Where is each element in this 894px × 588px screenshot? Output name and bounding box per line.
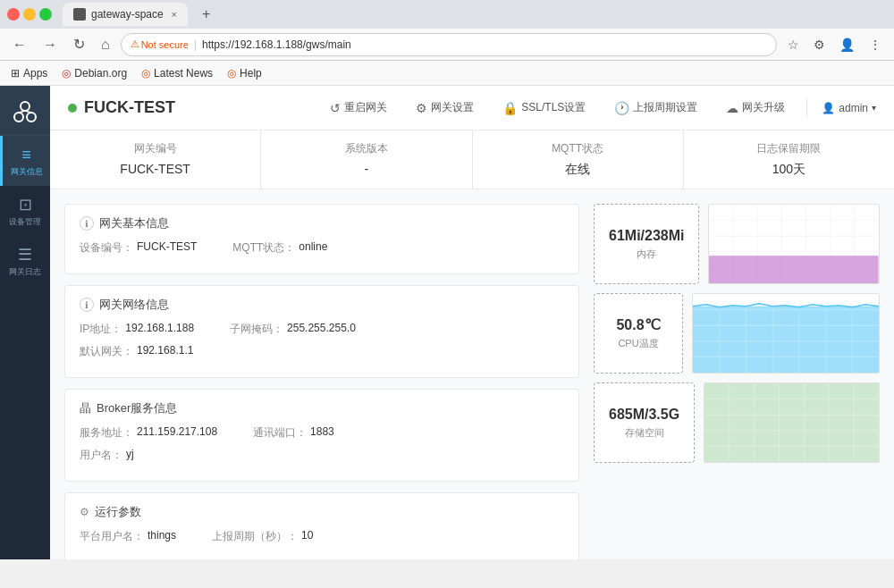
close-tab-button[interactable]: × xyxy=(172,9,177,20)
content-right: 61Mi/238Mi 内存 xyxy=(594,204,880,545)
bookmark-star-button[interactable]: ☆ xyxy=(782,34,805,55)
network-info-icon: ℹ xyxy=(80,298,94,312)
ssl-icon: 🔒 xyxy=(502,101,518,115)
menu-button[interactable]: ⋮ xyxy=(864,34,887,55)
maximize-button[interactable] xyxy=(39,8,52,21)
browser-window: gateway-space × + ← → ↻ ⌂ ⚠ Not secure |… xyxy=(0,0,894,86)
extensions-button[interactable]: ⚙ xyxy=(808,34,831,55)
network-fields-row2: 默认网关： 192.168.1.1 xyxy=(80,344,564,359)
content-left: ℹ 网关基本信息 设备编号： FUCK-TEST MQTT状态： online xyxy=(64,204,579,545)
status-dot xyxy=(68,104,77,113)
restart-gateway-button[interactable]: ↺ 重启网关 xyxy=(323,97,394,119)
cpu-temp-value: 50.8℃ xyxy=(616,316,660,333)
gateway-upgrade-button[interactable]: ☁ 网关升级 xyxy=(719,97,792,119)
sidebar-item-gateway-log[interactable]: ☰ 网关日志 xyxy=(0,236,50,286)
svg-point-2 xyxy=(14,113,23,122)
svg-rect-18 xyxy=(693,307,879,373)
storage-chart xyxy=(704,382,880,463)
sidebar-item-label-gateway-log: 网关日志 xyxy=(9,267,41,277)
bookmark-debian[interactable]: ◎ Debian.org xyxy=(62,67,127,80)
sidebar-item-gateway-info[interactable]: ≡ 网关信息 xyxy=(0,136,50,186)
url-text: https://192.168.1.188/gws/main xyxy=(202,38,351,51)
address-bar[interactable]: ⚠ Not secure | https://192.168.1.188/gws… xyxy=(121,33,777,56)
nav-icons: ☆ ⚙ 👤 ⋮ xyxy=(782,34,887,55)
forward-button[interactable]: → xyxy=(38,33,63,56)
storage-row: 685M/3.5G 存储空间 xyxy=(594,382,880,463)
info-card-log-retention: 日志保留期限 100天 xyxy=(684,130,894,189)
tab-favicon xyxy=(73,8,86,21)
cpu-temp-label: CPU温度 xyxy=(618,337,658,350)
default-gateway-field: 默认网关： 192.168.1.1 xyxy=(80,344,193,359)
back-button[interactable]: ← xyxy=(7,33,32,56)
main-content: FUCK-TEST ↺ 重启网关 ⚙ 网关设置 🔒 SSL/TLS设置 🕐 上报… xyxy=(50,86,894,559)
report-interval-button[interactable]: 🕐 上报周期设置 xyxy=(607,97,704,119)
sidebar-item-label-device-mgmt: 设备管理 xyxy=(9,217,41,227)
bookmark-apps[interactable]: ⊞ Apps xyxy=(11,67,47,80)
sidebar-logo xyxy=(0,86,50,136)
settings-icon: ⚙ xyxy=(416,101,427,115)
storage-metric-card: 685M/3.5G 存储空间 xyxy=(594,382,695,463)
runtime-params-section: ⚙ 运行参数 平台用户名： things 上报周期（秒）： 10 xyxy=(64,492,579,559)
minimize-button[interactable] xyxy=(23,8,36,21)
svg-point-1 xyxy=(21,102,30,111)
network-info-section: ℹ 网关网络信息 IP地址： 192.168.1.188 子网掩码： 255.2… xyxy=(64,285,579,378)
profile-button[interactable]: 👤 xyxy=(834,34,860,55)
upgrade-icon: ☁ xyxy=(726,101,738,115)
apps-grid-icon: ⊞ xyxy=(11,67,20,80)
mqtt-status-field: MQTT状态： online xyxy=(232,240,327,256)
info-card-value-log-retention: 100天 xyxy=(702,162,876,178)
network-info-title: ℹ 网关网络信息 xyxy=(80,297,564,313)
content-area: ℹ 网关基本信息 设备编号： FUCK-TEST MQTT状态： online xyxy=(50,189,894,559)
bookmark-help[interactable]: ◎ Help xyxy=(227,67,262,80)
basic-info-title: ℹ 网关基本信息 xyxy=(80,215,564,231)
dropdown-icon: ▾ xyxy=(872,103,876,113)
info-card-value-gateway-id: FUCK-TEST xyxy=(68,162,242,176)
user-icon: 👤 xyxy=(822,102,835,114)
clock-icon: 🕐 xyxy=(614,101,629,115)
memory-value: 61Mi/238Mi xyxy=(609,228,684,244)
header-actions: ↺ 重启网关 ⚙ 网关设置 🔒 SSL/TLS设置 🕐 上报周期设置 ☁ xyxy=(323,97,876,119)
gateway-log-icon: ☰ xyxy=(18,245,32,265)
cpu-chart-svg xyxy=(693,294,879,373)
logo-icon xyxy=(12,97,38,124)
admin-menu-button[interactable]: 👤 admin ▾ xyxy=(822,102,876,114)
info-card-label-mqtt: MQTT状态 xyxy=(491,141,665,156)
browser-tab[interactable]: gateway-space × xyxy=(63,3,188,26)
memory-chart-svg xyxy=(709,205,879,283)
ssl-tls-button[interactable]: 🔒 SSL/TLS设置 xyxy=(495,97,593,119)
gateway-status: FUCK-TEST xyxy=(68,98,175,117)
debian-icon: ◎ xyxy=(62,67,71,80)
broker-icon: 晶 xyxy=(80,400,91,416)
info-card-label-sys-version: 系统版本 xyxy=(279,141,453,156)
restart-icon: ↺ xyxy=(330,101,341,115)
svg-line-5 xyxy=(25,111,31,113)
device-mgmt-icon: ⊡ xyxy=(19,195,32,214)
broker-fields-row2: 用户名： yj xyxy=(80,448,564,463)
home-button[interactable]: ⌂ xyxy=(96,33,115,56)
runtime-params-icon: ⚙ xyxy=(80,506,89,518)
gateway-name: FUCK-TEST xyxy=(84,98,175,117)
broker-info-title: 晶 Broker服务信息 xyxy=(80,400,564,416)
broker-address-field: 服务地址： 211.159.217.108 xyxy=(80,425,217,441)
memory-label: 内存 xyxy=(637,248,656,261)
gateway-settings-button[interactable]: ⚙ 网关设置 xyxy=(409,97,481,119)
title-bar: gateway-space × + xyxy=(0,0,894,29)
sidebar-item-label-gateway-info: 网关信息 xyxy=(11,167,43,177)
broker-fields-row1: 服务地址： 211.159.217.108 通讯端口： 1883 xyxy=(80,425,564,441)
sidebar-item-device-mgmt[interactable]: ⊡ 设备管理 xyxy=(0,186,50,236)
svg-rect-16 xyxy=(709,256,879,283)
ip-address-field: IP地址： 192.168.1.188 xyxy=(80,322,194,337)
header-divider xyxy=(806,99,807,117)
info-card-label-gateway-id: 网关编号 xyxy=(68,141,242,156)
bookmark-latest-news[interactable]: ◎ Latest News xyxy=(141,67,213,80)
reload-button[interactable]: ↻ xyxy=(68,32,90,56)
info-card-gateway-id: 网关编号 FUCK-TEST xyxy=(50,130,261,189)
cpu-chart xyxy=(692,293,880,374)
new-tab-button[interactable]: + xyxy=(195,3,217,26)
info-cards-row: 网关编号 FUCK-TEST 系统版本 - MQTT状态 在线 日志保留期限 1… xyxy=(50,130,894,189)
svg-rect-0 xyxy=(75,10,84,19)
bookmarks-bar: ⊞ Apps ◎ Debian.org ◎ Latest News ◎ Help xyxy=(0,61,894,86)
close-button[interactable] xyxy=(7,8,20,21)
svg-rect-29 xyxy=(704,383,879,462)
news-icon: ◎ xyxy=(141,67,150,80)
